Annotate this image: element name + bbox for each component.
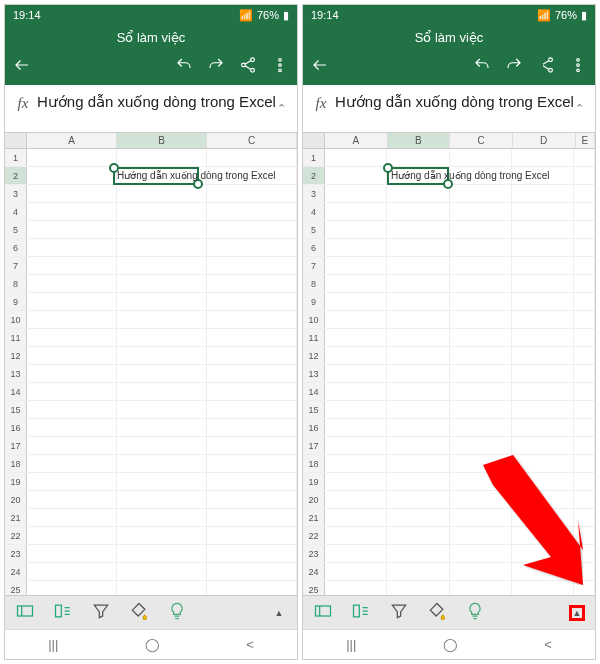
cell[interactable] — [27, 185, 117, 202]
row-header[interactable]: 15 — [5, 401, 27, 418]
cell[interactable] — [207, 275, 297, 292]
row-header[interactable]: 24 — [5, 563, 27, 580]
cell[interactable] — [207, 545, 297, 562]
cell[interactable] — [117, 275, 207, 292]
cell[interactable] — [207, 401, 297, 418]
cell[interactable] — [325, 527, 387, 544]
row-header[interactable]: 1 — [5, 149, 27, 166]
row-header[interactable]: 20 — [5, 491, 27, 508]
cell[interactable] — [207, 329, 297, 346]
row-header[interactable]: 7 — [5, 257, 27, 274]
cell[interactable] — [512, 203, 574, 220]
cell[interactable] — [387, 581, 449, 595]
cell[interactable] — [387, 257, 449, 274]
cell[interactable] — [450, 581, 512, 595]
expand-ribbon-button[interactable]: ▲ — [271, 605, 287, 621]
col-header-d[interactable]: D — [513, 133, 576, 148]
cell[interactable] — [450, 473, 512, 490]
cell[interactable] — [387, 275, 449, 292]
row-header[interactable]: 25 — [5, 581, 27, 595]
cell[interactable] — [325, 221, 387, 238]
cell[interactable] — [574, 527, 595, 544]
row-header[interactable]: 25 — [303, 581, 325, 595]
cell[interactable] — [27, 545, 117, 562]
nav-back-icon[interactable]: < — [246, 637, 254, 652]
col-header-c[interactable]: C — [207, 133, 297, 148]
cell[interactable] — [117, 185, 207, 202]
cell[interactable] — [450, 563, 512, 580]
cell[interactable] — [387, 455, 449, 472]
cell[interactable] — [207, 437, 297, 454]
sort-icon[interactable] — [351, 601, 371, 625]
cell[interactable] — [325, 383, 387, 400]
cell[interactable] — [574, 329, 595, 346]
cell[interactable] — [325, 545, 387, 562]
cell[interactable] — [450, 329, 512, 346]
row-header[interactable]: 8 — [5, 275, 27, 292]
cell[interactable] — [450, 311, 512, 328]
cell[interactable] — [574, 455, 595, 472]
cell[interactable] — [450, 149, 512, 166]
cell[interactable] — [512, 311, 574, 328]
row-header[interactable]: 6 — [5, 239, 27, 256]
cell[interactable] — [512, 239, 574, 256]
nav-home-icon[interactable]: ◯ — [145, 637, 160, 652]
cell[interactable] — [574, 275, 595, 292]
cell[interactable] — [27, 437, 117, 454]
cell[interactable] — [325, 491, 387, 508]
row-header[interactable]: 12 — [303, 347, 325, 364]
cell[interactable] — [207, 293, 297, 310]
row-header[interactable]: 14 — [303, 383, 325, 400]
cell[interactable] — [117, 545, 207, 562]
back-icon[interactable] — [13, 56, 31, 78]
cell[interactable] — [117, 365, 207, 382]
cell[interactable] — [27, 347, 117, 364]
cell[interactable] — [574, 563, 595, 580]
more-icon[interactable] — [569, 56, 587, 78]
back-icon[interactable] — [311, 56, 329, 78]
cell[interactable] — [207, 311, 297, 328]
cell[interactable] — [325, 437, 387, 454]
cell[interactable] — [574, 365, 595, 382]
redo-icon[interactable] — [505, 56, 523, 78]
select-all-corner[interactable] — [5, 133, 27, 148]
cell[interactable] — [450, 257, 512, 274]
nav-back-icon[interactable]: < — [544, 637, 552, 652]
cell[interactable] — [387, 545, 449, 562]
formula-text[interactable]: Hướng dẫn xuống dòng trong Excel — [335, 89, 575, 112]
cell[interactable] — [27, 401, 117, 418]
row-header[interactable]: 19 — [303, 473, 325, 490]
row-header[interactable]: 7 — [303, 257, 325, 274]
sort-icon[interactable] — [53, 601, 73, 625]
cell[interactable] — [117, 491, 207, 508]
filter-icon[interactable] — [91, 601, 111, 625]
cell[interactable] — [207, 455, 297, 472]
cell[interactable] — [512, 257, 574, 274]
cell[interactable] — [325, 509, 387, 526]
cell[interactable] — [574, 257, 595, 274]
cell[interactable] — [207, 419, 297, 436]
formula-collapse-icon[interactable]: ⌃ — [575, 102, 591, 115]
row-header[interactable]: 24 — [303, 563, 325, 580]
cell[interactable] — [512, 149, 574, 166]
cell[interactable] — [207, 383, 297, 400]
cell[interactable] — [450, 509, 512, 526]
cell[interactable] — [387, 401, 449, 418]
idea-icon[interactable] — [465, 601, 485, 625]
cell[interactable] — [574, 149, 595, 166]
row-header[interactable]: 1 — [303, 149, 325, 166]
cell[interactable] — [512, 347, 574, 364]
cell[interactable] — [387, 329, 449, 346]
cell[interactable] — [387, 419, 449, 436]
cell[interactable] — [207, 203, 297, 220]
cell[interactable] — [27, 491, 117, 508]
cell[interactable] — [27, 275, 117, 292]
cell[interactable] — [117, 347, 207, 364]
cell[interactable] — [512, 167, 574, 184]
cell[interactable] — [450, 401, 512, 418]
cell[interactable] — [325, 293, 387, 310]
cell[interactable] — [325, 275, 387, 292]
cell[interactable] — [450, 347, 512, 364]
cell[interactable] — [27, 473, 117, 490]
row-header[interactable]: 11 — [303, 329, 325, 346]
